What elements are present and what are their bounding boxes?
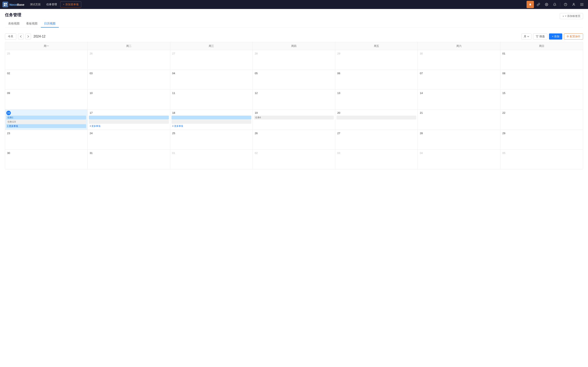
cal-cell-nov28[interactable]: 28 [253, 50, 335, 70]
cal-cell-dec10[interactable]: 10 [87, 90, 170, 109]
cal-cell-jan05[interactable]: 05 [501, 150, 583, 169]
cal-cell-nov25[interactable]: 25 [5, 50, 87, 70]
month-select-btn[interactable]: 月 [521, 33, 531, 40]
help-icon-btn[interactable] [562, 1, 569, 8]
cal-cell-dec25[interactable]: 25 [170, 130, 253, 150]
settings-icon-btn[interactable] [543, 1, 550, 8]
cal-row-3: 09 10 11 12 13 14 [5, 90, 583, 109]
cal-cell-dec20[interactable]: 20 [335, 109, 418, 130]
cal-cell-nov26[interactable]: 26 [87, 50, 170, 70]
user-icon-btn[interactable] [570, 1, 577, 8]
cal-cell-nov27[interactable]: 27 [170, 50, 253, 70]
cal-cell-jan02[interactable]: 02 [253, 150, 335, 169]
bell-icon-btn[interactable] [551, 1, 558, 8]
hamburger-icon-btn[interactable] [578, 1, 586, 8]
date-num: 25 [6, 51, 11, 56]
cal-cell-dec03[interactable]: 03 [87, 70, 170, 90]
next-btn[interactable] [25, 34, 31, 39]
logo-text: NocoBase [9, 3, 24, 6]
event-task123-18[interactable] [172, 120, 251, 124]
cal-cell-dec05[interactable]: 05 [253, 70, 335, 90]
add-menu-btn[interactable]: + 添加菜单项 [60, 1, 81, 8]
cal-cell-dec09[interactable]: 09 [5, 90, 87, 109]
cal-cell-dec12[interactable]: 12 [253, 90, 335, 109]
event-task123[interactable]: 任务123 [6, 120, 86, 124]
cal-cell-dec27[interactable]: 27 [335, 130, 418, 150]
cal-cell-jan01[interactable]: 01 [170, 150, 253, 169]
cal-row-4: 16 任务1 任务123 1 更多事项 17 4 更多事项 18 [5, 109, 583, 130]
more-events-18[interactable]: 4 更多事项 [172, 124, 251, 128]
weekday-thu: 周四 [253, 42, 335, 50]
fire-icon-btn[interactable] [527, 1, 534, 8]
cal-row-2: 02 03 04 05 06 07 [5, 70, 583, 90]
cal-cell-dec30[interactable]: 30 [5, 150, 87, 169]
page: 任务管理 + + 添加标签页 表格视图 看板视图 日历视图 今天 [0, 9, 588, 367]
cal-cell-jan03[interactable]: 03 [335, 150, 418, 169]
add-tab-icon: + [562, 15, 564, 18]
topnav: NocoBase 测试页面 任务管理 + 添加菜单项 [0, 0, 588, 9]
prev-btn[interactable] [18, 34, 24, 39]
event-task123-17[interactable] [89, 120, 169, 124]
cal-cell-nov30[interactable]: 30 [418, 50, 500, 70]
date-num: 28 [254, 51, 259, 56]
cal-cell-dec08[interactable]: 08 [501, 70, 583, 90]
weekday-wed: 周三 [170, 42, 253, 50]
svg-point-7 [573, 3, 574, 4]
nav-item-task[interactable]: 任务管理 [44, 1, 60, 8]
cal-cell-dec15[interactable]: 15 [501, 90, 583, 109]
weekday-sat: 周六 [418, 42, 500, 50]
event-task6[interactable]: 任务6 [254, 116, 334, 119]
svg-rect-9 [580, 4, 584, 5]
cal-cell-dec19[interactable]: 19 任务6 [253, 109, 335, 130]
today-btn[interactable]: 今天 [5, 33, 16, 40]
cal-cell-dec07[interactable]: 07 [418, 70, 500, 90]
event-task1-18[interactable] [172, 116, 251, 119]
cal-cell-dec02[interactable]: 02 [5, 70, 87, 90]
event-task6-20[interactable] [337, 116, 416, 119]
cal-cell-dec24[interactable]: 24 [87, 130, 170, 150]
event-task1[interactable]: 任务1 [6, 116, 86, 119]
date-num: 27 [172, 51, 176, 56]
config-btn[interactable]: ⚙ 配置操作 [564, 33, 583, 40]
cal-cell-dec11[interactable]: 11 [170, 90, 253, 109]
date-num: 01 [502, 51, 506, 56]
cal-cell-dec22[interactable]: 22 [501, 109, 583, 130]
link-icon-btn[interactable] [535, 1, 542, 8]
cal-cell-dec13[interactable]: 13 [335, 90, 418, 109]
date-num: 30 [419, 51, 424, 56]
add-btn[interactable]: + 添加 [549, 33, 562, 40]
cal-cell-dec04[interactable]: 04 [170, 70, 253, 90]
cal-cell-dec06[interactable]: 06 [335, 70, 418, 90]
cal-cell-dec16[interactable]: 16 任务1 任务123 1 更多事项 [5, 109, 87, 130]
cal-cell-dec17[interactable]: 17 4 更多事项 [87, 109, 170, 130]
cal-cell-dec14[interactable]: 14 [418, 90, 500, 109]
cal-row-6: 30 31 01 02 03 04 [5, 150, 583, 169]
event-task1-17[interactable] [89, 116, 169, 119]
cal-row-1: 25 26 27 28 29 30 [5, 50, 583, 70]
cal-row-5: 23 24 25 26 27 28 [5, 130, 583, 150]
nav-item-test[interactable]: 测试页面 [27, 1, 43, 8]
weekday-tue: 周二 [87, 42, 170, 50]
date-num: 29 [337, 51, 341, 56]
logo-icon [2, 2, 8, 7]
add-tab-btn[interactable]: + + 添加标签页 [560, 13, 583, 19]
cal-cell-dec26[interactable]: 26 [253, 130, 335, 150]
cal-cell-dec23[interactable]: 23 [5, 130, 87, 150]
filter-btn[interactable]: 筛选 [533, 33, 547, 40]
cal-cell-dec01[interactable]: 01 [501, 50, 583, 70]
weekday-fri: 周五 [335, 42, 418, 50]
cal-cell-dec28[interactable]: 28 [418, 130, 500, 150]
tab-table[interactable]: 表格视图 [5, 20, 23, 27]
cal-cell-dec29[interactable]: 29 [501, 130, 583, 150]
cal-cell-dec18[interactable]: 18 4 更多事项 [170, 109, 253, 130]
cal-cell-dec21[interactable]: 21 [418, 109, 500, 130]
tab-kanban[interactable]: 看板视图 [23, 20, 41, 27]
cal-cell-nov29[interactable]: 29 [335, 50, 418, 70]
more-events-17[interactable]: 4 更多事项 [89, 124, 169, 128]
cal-cell-dec31[interactable]: 31 [87, 150, 170, 169]
page-title: 任务管理 [5, 12, 21, 18]
tab-calendar[interactable]: 日历视图 [41, 20, 59, 27]
more-events-16[interactable]: 1 更多事项 [6, 124, 86, 128]
cal-cell-jan04[interactable]: 04 [418, 150, 500, 169]
logo[interactable]: NocoBase [2, 2, 24, 7]
